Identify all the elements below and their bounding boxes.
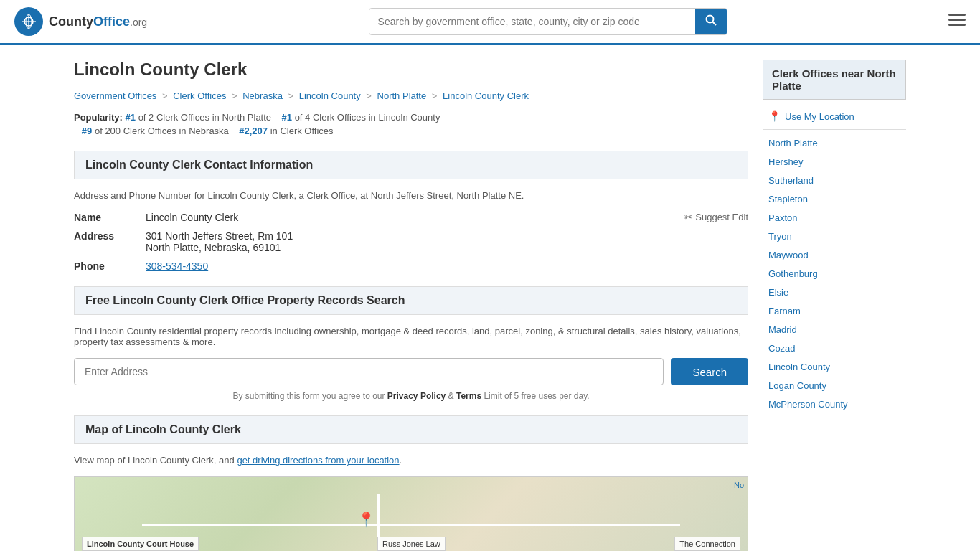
property-desc: Find Lincoln County residential property… bbox=[74, 326, 748, 347]
logo[interactable]: CountyOffice.org bbox=[14, 7, 147, 36]
terms-link[interactable]: Terms bbox=[456, 391, 481, 401]
map-label3: The Connection bbox=[674, 537, 740, 551]
sidebar-link-9[interactable]: Farnam bbox=[768, 306, 801, 316]
popularity-line1: Popularity: #1 of 2 Clerk Offices in Nor… bbox=[74, 112, 748, 123]
breadcrumb-gov-offices[interactable]: Government Offices bbox=[74, 90, 156, 101]
sidebar-item-maywood[interactable]: Maywood bbox=[763, 245, 906, 264]
sidebar-link-10[interactable]: Madrid bbox=[768, 324, 797, 335]
privacy-policy-link[interactable]: Privacy Policy bbox=[387, 391, 446, 401]
sidebar-link-5[interactable]: Tryon bbox=[768, 231, 792, 242]
sidebar-use-location[interactable]: 📍 Use My Location bbox=[763, 107, 906, 126]
sidebar-item-lincoln-county[interactable]: Lincoln County bbox=[763, 357, 906, 376]
sidebar-item-hershey[interactable]: Hershey bbox=[763, 152, 906, 171]
directions-link[interactable]: get driving directions from your locatio… bbox=[237, 455, 399, 466]
address-line2: North Platte, Nebraska, 69101 bbox=[146, 242, 748, 253]
menu-icon[interactable] bbox=[948, 12, 966, 31]
page-title: Lincoln County Clerk bbox=[74, 60, 748, 80]
contact-name-row: Name Lincoln County Clerk ✂ Suggest Edit bbox=[74, 212, 748, 223]
sidebar-link-13[interactable]: Logan County bbox=[768, 380, 826, 391]
sidebar-link-14[interactable]: McPherson County bbox=[768, 399, 848, 410]
breadcrumb-lincoln-county[interactable]: Lincoln County bbox=[299, 90, 361, 101]
breadcrumb-clerk-offices[interactable]: Clerk Offices bbox=[173, 90, 226, 101]
sidebar-item-gothenburg[interactable]: Gothenburg bbox=[763, 264, 906, 283]
map-inner: 📍 - No Lincoln County Court House Russ J… bbox=[75, 477, 748, 551]
search-bar bbox=[369, 8, 727, 35]
location-pin-icon: 📍 bbox=[768, 110, 781, 122]
sidebar-link-8[interactable]: Elsie bbox=[768, 287, 788, 298]
sidebar-item-farnam[interactable]: Farnam bbox=[763, 301, 906, 320]
sidebar-link-11[interactable]: Cozad bbox=[768, 343, 796, 354]
header: CountyOffice.org bbox=[0, 0, 980, 45]
property-section-header: Free Lincoln County Clerk Office Propert… bbox=[74, 286, 748, 315]
rank1-desc: of 2 Clerk Offices in North Platte bbox=[138, 112, 271, 123]
svg-rect-7 bbox=[948, 14, 966, 16]
form-disclaimer: By submitting this form you agree to our… bbox=[74, 391, 748, 401]
sidebar-link-7[interactable]: Gothenburg bbox=[768, 268, 818, 279]
sidebar-link-3[interactable]: Stapleton bbox=[768, 194, 808, 204]
contact-phone-row: Phone 308-534-4350 bbox=[74, 260, 748, 272]
map-desc: View map of Lincoln County Clerk, and ge… bbox=[74, 455, 748, 466]
address-input[interactable] bbox=[74, 358, 664, 385]
contact-desc: Address and Phone Number for Lincoln Cou… bbox=[74, 190, 748, 201]
sidebar-item-north-platte[interactable]: North Platte bbox=[763, 133, 906, 152]
sidebar-item-cozad[interactable]: Cozad bbox=[763, 339, 906, 357]
main-container: Lincoln County Clerk Government Offices … bbox=[60, 45, 920, 551]
contact-section-header: Lincoln County Clerk Contact Information bbox=[74, 151, 748, 179]
sidebar: Clerk Offices near North Platte 📍 Use My… bbox=[763, 60, 906, 551]
map-no-link: - No bbox=[729, 481, 744, 489]
sidebar-item-logan-county[interactable]: Logan County bbox=[763, 376, 906, 395]
sidebar-item-sutherland[interactable]: Sutherland bbox=[763, 171, 906, 189]
rank3-desc: of 200 Clerk Offices in Nebraska bbox=[95, 126, 229, 136]
suggest-edit-button[interactable]: ✂ Suggest Edit bbox=[684, 212, 748, 222]
sidebar-item-elsie[interactable]: Elsie bbox=[763, 283, 906, 301]
address-search-row: Search bbox=[74, 358, 748, 385]
sidebar-link-2[interactable]: Sutherland bbox=[768, 175, 814, 186]
rank1-badge: #1 bbox=[126, 112, 136, 123]
map-label2: Russ Jones Law bbox=[377, 537, 446, 551]
sidebar-link-1[interactable]: Hershey bbox=[768, 156, 803, 167]
rank3-badge: #9 bbox=[82, 126, 92, 136]
map-container[interactable]: 📍 - No Lincoln County Court House Russ J… bbox=[74, 476, 748, 551]
sidebar-link-0[interactable]: North Platte bbox=[768, 138, 818, 149]
sidebar-heading: Clerk Offices near North Platte bbox=[763, 60, 906, 100]
popularity-line2: #9 of 200 Clerk Offices in Nebraska #2,2… bbox=[74, 126, 748, 136]
search-button[interactable] bbox=[695, 9, 727, 34]
svg-line-6 bbox=[712, 22, 716, 26]
phone-link[interactable]: 308-534-4350 bbox=[146, 260, 208, 272]
address-value: 301 North Jeffers Street, Rm 101 North P… bbox=[146, 230, 748, 253]
contact-address-row: Address 301 North Jeffers Street, Rm 101… bbox=[74, 230, 748, 253]
rank2-badge: #1 bbox=[282, 112, 292, 123]
sidebar-divider bbox=[763, 129, 906, 130]
search-input[interactable] bbox=[369, 10, 695, 33]
sidebar-item-tryon[interactable]: Tryon bbox=[763, 227, 906, 245]
property-search-button[interactable]: Search bbox=[671, 358, 748, 385]
rank2-desc: of 4 Clerk Offices in Lincoln County bbox=[295, 112, 440, 123]
address-label: Address bbox=[74, 230, 146, 242]
name-value: Lincoln County Clerk bbox=[146, 212, 684, 223]
rank4-desc: in Clerk Offices bbox=[270, 126, 334, 136]
sidebar-item-stapleton[interactable]: Stapleton bbox=[763, 189, 906, 208]
address-line1: 301 North Jeffers Street, Rm 101 bbox=[146, 230, 748, 242]
sidebar-link-6[interactable]: Maywood bbox=[768, 250, 809, 260]
sidebar-item-paxton[interactable]: Paxton bbox=[763, 208, 906, 227]
breadcrumb: Government Offices > Clerk Offices > Neb… bbox=[74, 90, 748, 101]
breadcrumb-lincoln-county-clerk[interactable]: Lincoln County Clerk bbox=[443, 90, 529, 101]
content-area: Lincoln County Clerk Government Offices … bbox=[74, 60, 748, 551]
phone-value: 308-534-4350 bbox=[146, 260, 748, 272]
svg-rect-8 bbox=[948, 19, 966, 21]
sidebar-item-mcpherson-county[interactable]: McPherson County bbox=[763, 395, 906, 413]
map-road-horizontal bbox=[142, 524, 680, 526]
phone-label: Phone bbox=[74, 260, 146, 272]
breadcrumb-nebraska[interactable]: Nebraska bbox=[242, 90, 283, 101]
sidebar-item-madrid[interactable]: Madrid bbox=[763, 320, 906, 339]
sidebar-list: 📍 Use My Location bbox=[763, 107, 906, 130]
breadcrumb-north-platte[interactable]: North Platte bbox=[377, 90, 427, 101]
logo-text: CountyOffice.org bbox=[49, 14, 147, 29]
rank4-badge: #2,207 bbox=[239, 126, 268, 136]
map-pin: 📍 bbox=[357, 511, 375, 528]
sidebar-link-12[interactable]: Lincoln County bbox=[768, 362, 830, 372]
sidebar-link-4[interactable]: Paxton bbox=[768, 212, 797, 223]
map-label1: Lincoln County Court House bbox=[82, 537, 199, 551]
name-label: Name bbox=[74, 212, 146, 223]
popularity: Popularity: #1 of 2 Clerk Offices in Nor… bbox=[74, 112, 748, 136]
